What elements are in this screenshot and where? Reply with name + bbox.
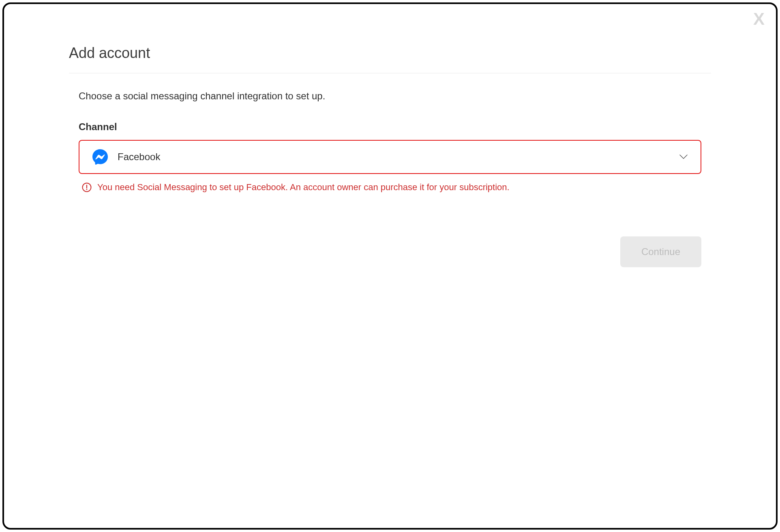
svg-point-2 xyxy=(86,189,88,190)
channel-selected-value: Facebook xyxy=(118,151,679,163)
channel-error: You need Social Messaging to set up Face… xyxy=(79,182,701,193)
divider xyxy=(69,73,711,73)
add-account-modal: X Add account Choose a social messaging … xyxy=(2,2,778,530)
alert-circle-icon xyxy=(82,182,92,192)
modal-actions: Continue xyxy=(69,236,711,267)
channel-field-group: Channel Facebook xyxy=(69,121,711,193)
continue-button[interactable]: Continue xyxy=(620,236,701,267)
channel-error-text: You need Social Messaging to set up Face… xyxy=(97,182,510,193)
channel-label: Channel xyxy=(79,121,701,133)
messenger-icon xyxy=(92,149,108,165)
chevron-down-icon xyxy=(679,154,688,159)
channel-select[interactable]: Facebook xyxy=(79,140,701,174)
close-button[interactable]: X xyxy=(753,11,765,28)
modal-description: Choose a social messaging channel integr… xyxy=(69,90,711,102)
modal-content: Add account Choose a social messaging ch… xyxy=(4,4,776,267)
modal-title: Add account xyxy=(69,45,711,62)
